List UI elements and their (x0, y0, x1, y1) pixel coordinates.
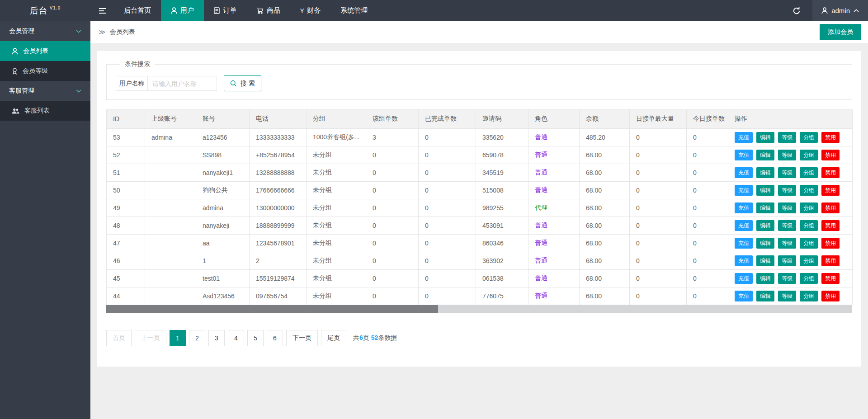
chevron-up-icon (854, 9, 859, 12)
group-button[interactable]: 分组 (800, 291, 818, 301)
edit-button[interactable]: 编辑 (756, 291, 774, 301)
cell-account: Asd123456 (196, 287, 250, 305)
edit-button[interactable]: 编辑 (756, 150, 774, 160)
navbar-item-3[interactable]: 订单 (204, 0, 246, 21)
username-input[interactable] (148, 76, 217, 90)
cell-phone: 12345678901 (250, 235, 307, 252)
horizontal-scrollbar[interactable] (106, 305, 852, 313)
level-button[interactable]: 等级 (778, 255, 796, 266)
disable-button[interactable]: 禁用 (821, 291, 840, 301)
edit-button[interactable]: 编辑 (756, 185, 774, 196)
disable-button[interactable]: 禁用 (821, 150, 840, 160)
edit-button[interactable]: 编辑 (756, 132, 774, 143)
disable-button[interactable]: 禁用 (821, 220, 840, 231)
sidebar-group-1[interactable]: 会员管理 (0, 21, 90, 41)
cell-invite: 776075 (476, 287, 528, 305)
disable-button[interactable]: 禁用 (821, 185, 840, 196)
group-button[interactable]: 分组 (800, 132, 818, 143)
navbar-item-4[interactable]: 商品 (246, 0, 290, 21)
sidebar-item-2-1[interactable]: 客服列表 (0, 101, 90, 121)
add-member-button[interactable]: 添加会员 (820, 24, 861, 40)
level-button[interactable]: 等级 (778, 185, 796, 196)
group-button[interactable]: 分组 (800, 273, 818, 284)
cell-completed: 0 (419, 217, 476, 235)
recharge-button[interactable]: 充值 (735, 202, 753, 213)
recharge-button[interactable]: 充值 (735, 185, 753, 196)
edit-button[interactable]: 编辑 (756, 220, 774, 231)
disable-button[interactable]: 禁用 (821, 132, 840, 143)
level-button[interactable]: 等级 (778, 238, 796, 249)
recharge-button[interactable]: 充值 (735, 273, 753, 284)
group-button[interactable]: 分组 (800, 185, 818, 196)
disable-button[interactable]: 禁用 (821, 238, 840, 249)
page-5[interactable]: 5 (247, 330, 264, 346)
recharge-button[interactable]: 充值 (735, 167, 753, 178)
cell-invite: 061538 (476, 270, 528, 287)
page-next[interactable]: 下一页 (286, 330, 318, 346)
group-button[interactable]: 分组 (800, 202, 818, 213)
recharge-button[interactable]: 充值 (735, 220, 753, 231)
navbar-item-1[interactable]: 后台首页 (114, 0, 161, 21)
disable-button[interactable]: 禁用 (821, 202, 840, 213)
cell-actions: 充值编辑等级分组禁用 (728, 146, 853, 164)
disable-button[interactable]: 禁用 (821, 273, 840, 284)
group-button[interactable]: 分组 (800, 150, 818, 160)
cell-balance: 68.00 (580, 270, 630, 287)
cell-daily_max: 0 (630, 252, 687, 270)
navbar-item-6[interactable]: 系统管理 (330, 0, 377, 21)
group-button[interactable]: 分组 (800, 167, 818, 178)
cell-phone: 2 (250, 252, 307, 270)
summary-suffix: 条数据 (378, 334, 397, 341)
edit-button[interactable]: 编辑 (756, 255, 774, 266)
group-button[interactable]: 分组 (800, 238, 818, 249)
level-button[interactable]: 等级 (778, 132, 796, 143)
cell-today: 0 (687, 199, 728, 217)
page-2[interactable]: 2 (189, 330, 205, 346)
edit-button[interactable]: 编辑 (756, 273, 774, 284)
cell-id: 47 (107, 235, 145, 252)
recharge-button[interactable]: 充值 (735, 291, 753, 301)
cell-account: 1 (196, 252, 250, 270)
level-button[interactable]: 等级 (778, 202, 796, 213)
horizontal-scrollbar-thumb[interactable] (106, 305, 438, 313)
level-button[interactable]: 等级 (778, 273, 796, 284)
column-header-balance: 余额 (580, 109, 630, 129)
navbar-item-5[interactable]: ¥财务 (290, 0, 330, 21)
cell-role: 普通 (528, 217, 580, 235)
sidebar-item-1-1[interactable]: 会员列表 (0, 41, 90, 61)
user-menu[interactable]: admin (812, 0, 868, 21)
level-button[interactable]: 等级 (778, 291, 796, 301)
disable-button[interactable]: 禁用 (821, 167, 840, 178)
level-button[interactable]: 等级 (778, 150, 796, 160)
search-button[interactable]: 搜 索 (224, 75, 261, 91)
edit-button[interactable]: 编辑 (756, 167, 774, 178)
recharge-button[interactable]: 充值 (735, 132, 753, 143)
cell-phone: 15519129874 (250, 270, 307, 287)
cell-role: 普通 (528, 164, 580, 182)
page-last[interactable]: 尾页 (321, 330, 346, 346)
page-1[interactable]: 1 (170, 330, 186, 346)
level-button[interactable]: 等级 (778, 220, 796, 231)
recharge-button[interactable]: 充值 (735, 255, 753, 266)
cell-id: 53 (107, 129, 145, 146)
sidebar-group-2[interactable]: 客服管理 (0, 81, 90, 101)
menu-toggle-icon[interactable] (90, 0, 114, 21)
page-6[interactable]: 6 (267, 330, 283, 346)
group-button[interactable]: 分组 (800, 220, 818, 231)
edit-button[interactable]: 编辑 (756, 202, 774, 213)
group-button[interactable]: 分组 (800, 255, 818, 266)
cell-balance: 68.00 (580, 146, 630, 164)
cell-account: test01 (196, 270, 250, 287)
disable-button[interactable]: 禁用 (821, 255, 840, 266)
sidebar-item-1-2[interactable]: 会员等级 (0, 61, 90, 81)
page-4[interactable]: 4 (228, 330, 244, 346)
cell-phone: 13333333333 (250, 129, 307, 146)
level-button[interactable]: 等级 (778, 167, 796, 178)
recharge-button[interactable]: 充值 (735, 150, 753, 160)
edit-button[interactable]: 编辑 (756, 238, 774, 249)
navbar-item-2[interactable]: 用户 (161, 0, 204, 21)
refresh-icon[interactable] (781, 0, 812, 21)
page-3[interactable]: 3 (208, 330, 225, 346)
cell-group: 未分组 (307, 235, 366, 252)
recharge-button[interactable]: 充值 (735, 238, 753, 249)
